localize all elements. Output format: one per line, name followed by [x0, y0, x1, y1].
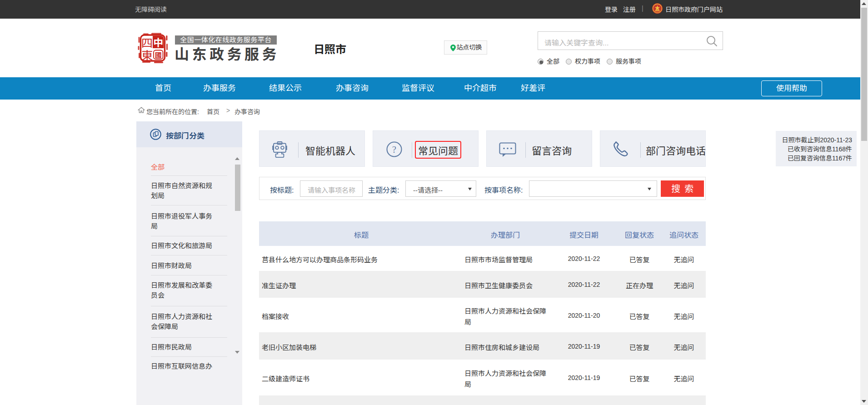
svg-text:中: 中	[153, 35, 163, 49]
svg-text:國: 國	[155, 50, 162, 60]
svg-text:東: 東	[141, 46, 153, 63]
svg-text:?: ?	[392, 142, 396, 155]
